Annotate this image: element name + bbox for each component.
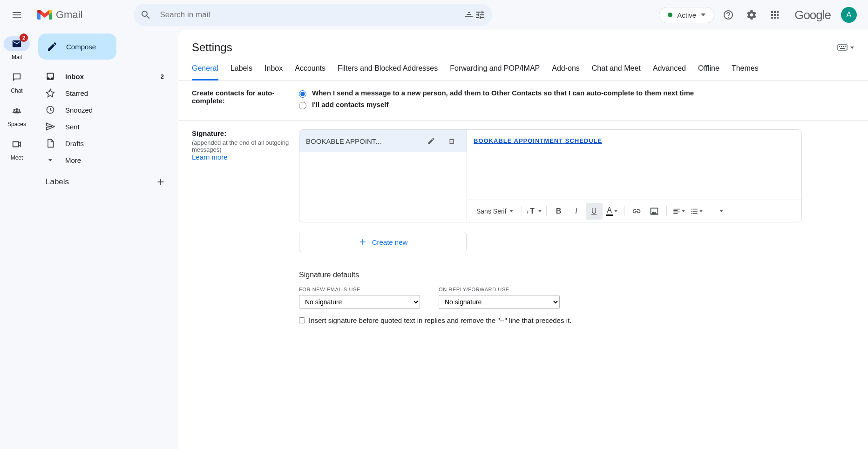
contacts-option-auto[interactable]: When I send a message to a new person, a… — [299, 89, 854, 98]
chevron-down-icon — [850, 47, 854, 49]
insert-before-checkbox[interactable] — [299, 317, 305, 323]
insert-before-checkbox-row[interactable]: Insert signature before quoted text in r… — [299, 316, 854, 324]
signature-item-name: BOOKABLE APPOINT... — [306, 137, 419, 145]
help-icon — [723, 9, 734, 20]
inbox-icon — [46, 72, 55, 81]
sig-defaults-title: Signature defaults — [299, 271, 854, 279]
signature-learn-more[interactable]: Learn more — [192, 153, 228, 161]
chevron-down-icon — [682, 210, 685, 212]
toolbar-align[interactable] — [671, 203, 687, 220]
svg-rect-3 — [841, 46, 842, 47]
rail-mail[interactable]: 2 Mail — [0, 34, 34, 65]
signature-toolbar: Sans Serif тT B I U A — [467, 200, 801, 222]
nav-starred[interactable]: Starred — [34, 85, 178, 101]
search-options-icon[interactable] — [463, 9, 475, 20]
signature-content-link[interactable]: BOOKABLE APPOINTMENT SCHEDULE — [474, 137, 602, 144]
gear-icon — [746, 9, 757, 20]
add-label-button[interactable] — [156, 177, 166, 187]
rail-meet[interactable]: Meet — [0, 134, 34, 166]
contacts-label: Create contacts for auto-complete: — [192, 89, 299, 112]
tab-offline[interactable]: Offline — [698, 64, 719, 80]
text-size-icon: тT — [526, 207, 537, 215]
tab-addons[interactable]: Add-ons — [552, 64, 580, 80]
status-label: Active — [677, 11, 696, 19]
chevron-down-icon — [509, 210, 513, 212]
compose-label: Compose — [66, 43, 96, 51]
tab-accounts[interactable]: Accounts — [295, 64, 326, 80]
radio-auto[interactable] — [299, 90, 306, 98]
account-avatar[interactable]: A — [841, 7, 857, 23]
toolbar after-link[interactable] — [628, 203, 645, 220]
radio-manual[interactable] — [299, 102, 306, 109]
toolbar-list[interactable] — [688, 203, 705, 220]
tab-inbox[interactable]: Inbox — [264, 64, 283, 80]
reply-forward-select[interactable]: No signature — [439, 295, 560, 309]
keyboard-icon — [837, 44, 848, 51]
meet-icon — [12, 139, 22, 149]
toolbar-bold[interactable]: B — [550, 203, 567, 220]
signature-sub: (appended at the end of all outgoing mes… — [192, 139, 299, 153]
nav-more[interactable]: More — [34, 152, 178, 168]
rail-spaces[interactable]: Spaces — [0, 101, 34, 132]
plus-icon — [358, 237, 367, 247]
status-dot-icon — [668, 13, 672, 17]
apps-grid-icon — [769, 9, 780, 20]
labels-header-text: Labels — [46, 177, 69, 187]
signature-rename-button[interactable] — [423, 133, 440, 149]
nav-drafts-label: Drafts — [65, 140, 84, 147]
signature-list-item[interactable]: BOOKABLE APPOINT... — [299, 130, 467, 152]
new-emails-label: FOR NEW EMAILS USE — [299, 287, 420, 292]
status-chip[interactable]: Active — [659, 7, 714, 23]
signature-label: Signature: — [192, 129, 226, 137]
toolbar-italic[interactable]: I — [568, 203, 585, 220]
signature-editor[interactable]: BOOKABLE APPOINTMENT SCHEDULE — [467, 130, 801, 200]
nav-inbox[interactable]: Inbox 2 — [34, 68, 178, 85]
google-logo[interactable]: Google — [794, 8, 831, 22]
nav-sent[interactable]: Sent — [34, 118, 178, 135]
input-tools-button[interactable] — [837, 44, 854, 51]
apps-button[interactable] — [766, 6, 784, 24]
svg-rect-2 — [839, 46, 840, 47]
font-name: Sans Serif — [476, 208, 507, 215]
pencil-icon — [427, 137, 435, 145]
page-title: Settings — [192, 41, 232, 54]
settings-button[interactable] — [742, 6, 761, 24]
main-menu-button[interactable] — [7, 6, 26, 24]
create-signature-button[interactable]: Create new — [299, 232, 467, 252]
search-bar[interactable] — [134, 4, 492, 26]
signature-delete-button[interactable] — [443, 133, 460, 149]
support-button[interactable] — [719, 6, 738, 24]
chevron-down-icon — [719, 210, 723, 212]
gmail-logo[interactable]: Gmail — [37, 9, 82, 21]
rail-meet-label: Meet — [11, 154, 23, 161]
compose-button[interactable]: Compose — [38, 34, 116, 60]
new-emails-select[interactable]: No signature — [299, 295, 420, 309]
tune-icon[interactable] — [475, 9, 486, 20]
nav-drafts[interactable]: Drafts — [34, 135, 178, 152]
search-input[interactable] — [151, 10, 463, 20]
tab-labels[interactable]: Labels — [231, 64, 252, 80]
rail-chat[interactable]: Chat — [0, 67, 34, 99]
tab-advanced[interactable]: Advanced — [653, 64, 686, 80]
svg-rect-1 — [838, 45, 847, 50]
toolbar-color[interactable]: A — [604, 203, 620, 220]
rail-mail-label: Mail — [12, 54, 22, 60]
tab-filters[interactable]: Filters and Blocked Addresses — [338, 64, 438, 80]
tab-themes[interactable]: Themes — [732, 64, 759, 80]
contacts-option-manual[interactable]: I'll add contacts myself — [299, 101, 854, 109]
toolbar-image[interactable] — [646, 203, 663, 220]
toolbar-underline[interactable]: U — [586, 203, 603, 220]
chevron-down-icon — [699, 210, 703, 212]
tab-forwarding[interactable]: Forwarding and POP/IMAP — [450, 64, 540, 80]
pencil-icon — [47, 41, 58, 52]
toolbar-font[interactable]: Sans Serif — [472, 208, 518, 215]
tab-general[interactable]: General — [192, 64, 218, 80]
svg-rect-4 — [843, 46, 844, 47]
toolbar-size[interactable]: тT — [526, 203, 542, 220]
svg-text:т: т — [526, 209, 529, 214]
svg-rect-6 — [840, 48, 845, 49]
chat-icon — [12, 72, 22, 82]
tab-chatmeet[interactable]: Chat and Meet — [592, 64, 641, 80]
nav-snoozed[interactable]: Snoozed — [34, 101, 178, 118]
toolbar-more[interactable] — [713, 203, 730, 220]
